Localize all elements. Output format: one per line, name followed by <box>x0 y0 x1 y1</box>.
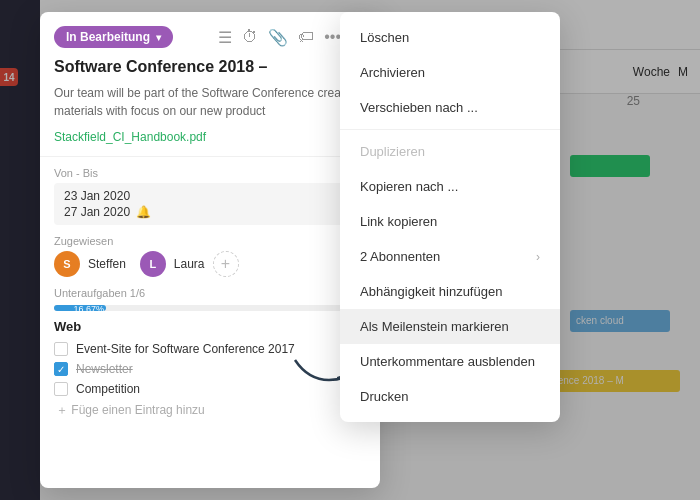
subtask-item-2: ✓ Newsletter <box>54 362 366 376</box>
task-title: Software Conference 2018 – <box>54 58 366 76</box>
add-entry-button[interactable]: ＋ Füge einen Eintrag hinzu <box>54 402 366 419</box>
subtask-checkbox-1[interactable] <box>54 342 68 356</box>
subtask-label-2: Newsletter <box>76 362 133 376</box>
progress-bar-bg: 16.67% <box>54 305 366 311</box>
paperclip-icon[interactable]: 📎 <box>268 28 288 47</box>
bell-icon: 🔔 <box>136 205 151 219</box>
date-label: Von - Bis <box>54 167 366 179</box>
date-from: 23 Jan 2020 <box>64 189 130 203</box>
tag-icon[interactable]: 🏷 <box>298 28 314 46</box>
assignee-steffen-name: Steffen <box>88 257 126 271</box>
menu-item-kopieren[interactable]: Kopieren nach ... <box>340 169 560 204</box>
subtasks-header: Unteraufgaben 1/6 <box>54 287 366 299</box>
date-to: 27 Jan 2020 <box>64 205 130 219</box>
task-modal: In Bearbeitung ▾ ☰ ⏱ 📎 🏷 ••• ✕ Software … <box>40 12 380 488</box>
subtask-checkbox-2[interactable]: ✓ <box>54 362 68 376</box>
task-description: Our team will be part of the Software Co… <box>54 84 366 120</box>
task-modal-header: In Bearbeitung ▾ ☰ ⏱ 📎 🏷 ••• ✕ Software … <box>40 12 380 144</box>
progress-bar-fill: 16.67% <box>54 305 106 311</box>
subtask-label-1: Event-Site for Software Conference 2017 <box>76 342 295 356</box>
add-assignee-button[interactable]: + <box>213 251 239 277</box>
menu-item-abhaengigkeit[interactable]: Abhängigkeit hinzufügen <box>340 274 560 309</box>
date-to-row: 27 Jan 2020 🔔 <box>64 205 356 219</box>
date-box: 23 Jan 2020 27 Jan 2020 🔔 <box>54 183 366 225</box>
menu-item-loschen[interactable]: Löschen <box>340 20 560 55</box>
menu-divider-1 <box>340 129 560 130</box>
menu-item-verschieben[interactable]: Verschieben nach ... <box>340 90 560 125</box>
menu-item-link[interactable]: Link kopieren <box>340 204 560 239</box>
subtask-item-3: Competition <box>54 382 366 396</box>
menu-item-meilenstein[interactable]: Als Meilenstein markieren <box>340 309 560 344</box>
status-dropdown-arrow: ▾ <box>156 32 161 43</box>
menu-item-abonnenten[interactable]: 2 Abonnenten › <box>340 239 560 274</box>
assignee-laura-name: Laura <box>174 257 205 271</box>
assignee-row: S Steffen L Laura + <box>54 251 366 277</box>
timer-icon[interactable]: ⏱ <box>242 28 258 46</box>
subtask-label-3: Competition <box>76 382 140 396</box>
subtask-checkbox-3[interactable] <box>54 382 68 396</box>
menu-item-duplizieren: Duplizieren <box>340 134 560 169</box>
assignee-label: Zugewiesen <box>54 235 366 247</box>
dropdown-menu: Löschen Archivieren Verschieben nach ...… <box>340 12 560 422</box>
menu-item-archivieren[interactable]: Archivieren <box>340 55 560 90</box>
avatar-laura: L <box>140 251 166 277</box>
subtask-item-1: Event-Site for Software Conference 2017 <box>54 342 366 356</box>
more-icon[interactable]: ••• <box>324 28 341 46</box>
menu-item-unterkommentare[interactable]: Unterkommentare ausblenden <box>340 344 560 379</box>
task-file-link[interactable]: Stackfield_CI_Handbook.pdf <box>54 130 366 144</box>
web-section-title: Web <box>54 319 366 334</box>
avatar-steffen: S <box>54 251 80 277</box>
list-icon[interactable]: ☰ <box>218 28 232 47</box>
status-badge[interactable]: In Bearbeitung ▾ <box>54 26 173 48</box>
chevron-icon: › <box>536 250 540 264</box>
menu-item-drucken[interactable]: Drucken <box>340 379 560 414</box>
progress-label: 16.67% <box>73 304 104 314</box>
date-from-row: 23 Jan 2020 <box>64 189 356 203</box>
task-body: Von - Bis 23 Jan 2020 27 Jan 2020 🔔 Zuge… <box>40 157 380 429</box>
